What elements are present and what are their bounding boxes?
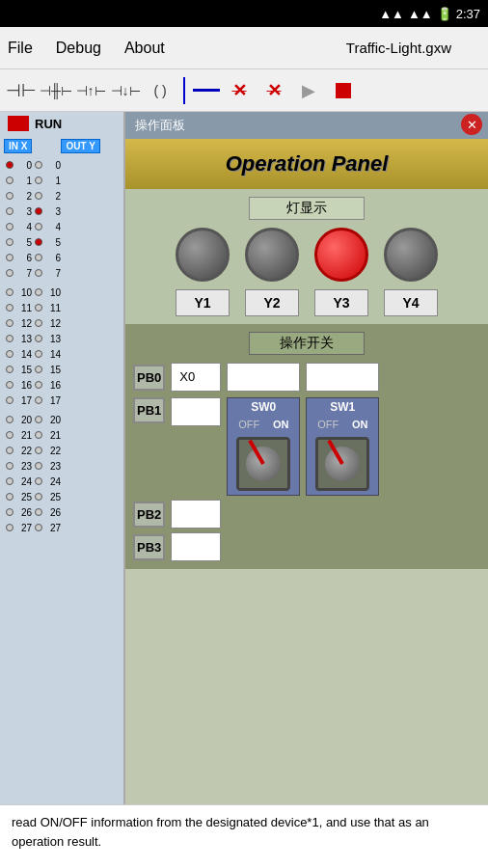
sw0-knob[interactable] [236, 437, 290, 491]
pb0-button[interactable]: PB0 [133, 365, 165, 391]
ladder-row: 4 4 [4, 219, 120, 234]
menu-bar: File Debug About Traffic-Light.gxw [0, 27, 488, 69]
ladder-row: 2727 [4, 520, 120, 535]
out-dot-6 [35, 254, 42, 261]
ladder-section-2: 2020 2121 2222 2323 2424 2525 2626 2727 [0, 410, 123, 537]
in-dot-7 [6, 269, 14, 277]
pb3-input [171, 532, 221, 561]
ladder-row: 2626 [4, 504, 120, 520]
switch-section-label: 操作开关 [249, 332, 365, 355]
menu-about[interactable]: About [124, 40, 165, 57]
ladder-row: 5 5 [4, 234, 120, 250]
toolbar-coil[interactable]: ( ) [145, 75, 176, 106]
in-dot-6 [6, 254, 14, 261]
status-bar: ▲▲ ▲▲ 🔋 2:37 [0, 0, 488, 27]
sw1-off[interactable]: OFF [313, 418, 342, 431]
ladder-row: 2121 [4, 427, 120, 443]
toolbar-contact-n[interactable]: ⊣↓⊢ [110, 75, 141, 106]
toolbar-stop[interactable] [328, 75, 359, 106]
ladder-row: 1 1 [4, 173, 120, 188]
pb2-input [171, 500, 221, 529]
out-dot-3 [35, 207, 42, 215]
text-area: read ON/OFF information from the designa… [0, 804, 488, 868]
ladder-row: 2 2 [4, 188, 120, 203]
outy-badge[interactable]: OUT Y [61, 139, 99, 153]
in-dot-4 [6, 223, 14, 231]
out-dot-2 [35, 192, 42, 200]
in-dot-5 [6, 238, 14, 246]
light-label-y4: Y4 [384, 289, 438, 316]
pb3-button[interactable]: PB3 [133, 534, 165, 560]
toolbar-play[interactable]: ▶ [293, 75, 324, 106]
switch-row-3: PB3 [133, 532, 480, 561]
pb0-empty-1 [227, 363, 300, 392]
toolbar-contact-nc[interactable]: ⊣╫⊢ [41, 75, 71, 106]
sw0-buttons: OFF ON [228, 416, 299, 433]
ladder-row: 1414 [4, 346, 120, 362]
menu-filename: Traffic-Light.gxw [346, 40, 451, 56]
right-panel: 操作面板 ✕ Operation Panel 灯显示 Y1 Y2 Y3 Y4 [125, 112, 488, 804]
in-dot-1 [6, 176, 14, 184]
sw0-off[interactable]: OFF [234, 418, 263, 431]
battery-icon: 🔋 [437, 7, 452, 21]
out-dot-1 [35, 176, 42, 184]
light-section-label: 灯显示 [249, 197, 365, 220]
out-dot-0 [35, 161, 42, 169]
sw0-knob-base [246, 447, 281, 481]
out-dot-7 [35, 269, 42, 277]
switch-row-0: PB0 X0 [133, 363, 480, 392]
ladder-row: 2323 [4, 458, 120, 474]
op-panel-title: Operation Panel [125, 139, 488, 189]
sw0-title: SW0 [228, 398, 299, 416]
toolbar-contact-p[interactable]: ⊣↑⊢ [75, 75, 106, 106]
switch-row-2: PB2 [133, 500, 480, 529]
close-button[interactable]: ✕ [461, 114, 482, 135]
ladder-row: 2525 [4, 489, 120, 504]
out-dot-5 [35, 238, 42, 246]
light-labels-row: Y1 Y2 Y3 Y4 [133, 289, 480, 316]
sw1-knob-area [307, 433, 378, 495]
sw0-knob-area [228, 433, 299, 495]
toolbar-x1[interactable]: ✕ [224, 75, 255, 106]
pb0-empty-2 [306, 363, 379, 392]
menu-file[interactable]: File [8, 40, 33, 57]
ladder-row: 1111 [4, 300, 120, 315]
in-dot-2 [6, 192, 14, 200]
ladder-row: 2020 [4, 412, 120, 427]
toolbar-line[interactable] [193, 89, 220, 92]
toolbar-x2[interactable]: ✕ [258, 75, 289, 106]
light-y3 [314, 228, 368, 282]
menu-debug[interactable]: Debug [56, 40, 101, 57]
x0-display: X0 [171, 363, 221, 392]
sw1-buttons: OFF ON [307, 416, 378, 433]
ladder-row: 2222 [4, 443, 120, 458]
ladder-row: 2424 [4, 474, 120, 489]
run-indicator: RUN [0, 112, 123, 135]
run-light [8, 116, 29, 131]
inx-badge[interactable]: IN X [4, 139, 32, 153]
pb1-input [171, 397, 221, 426]
pb1-button[interactable]: PB1 [133, 397, 165, 423]
toolbar-contact-no[interactable]: ⊣⊢ [6, 75, 37, 106]
text-content: read ON/OFF information from the designa… [12, 815, 429, 849]
in-dot-0 [6, 161, 14, 169]
in-dot-3 [6, 207, 14, 215]
ladder-row: 1616 [4, 377, 120, 393]
ladder-row: 1212 [4, 315, 120, 331]
ladder-section-0: 0 0 1 1 2 2 3 3 [0, 155, 123, 283]
light-y2 [245, 228, 299, 282]
pb2-button[interactable]: PB2 [133, 502, 165, 528]
toolbar: ⊣⊢ ⊣╫⊢ ⊣↑⊢ ⊣↓⊢ ( ) ✕ ✕ ▶ [0, 69, 488, 112]
sw1-knob[interactable] [315, 437, 369, 491]
sw0-on[interactable]: ON [269, 418, 293, 431]
ladder-row: 1515 [4, 362, 120, 377]
sw1-title: SW1 [307, 398, 378, 416]
time: 2:37 [456, 7, 480, 21]
light-y4 [384, 228, 438, 282]
panel-title-bar: 操作面板 ✕ [125, 112, 488, 139]
op-panel-title-text: Operation Panel [226, 151, 389, 176]
lights-row [133, 228, 480, 282]
light-section: 灯显示 Y1 Y2 Y3 Y4 [125, 189, 488, 324]
ladder-row: 7 7 [4, 265, 120, 281]
sw1-on[interactable]: ON [348, 418, 372, 431]
